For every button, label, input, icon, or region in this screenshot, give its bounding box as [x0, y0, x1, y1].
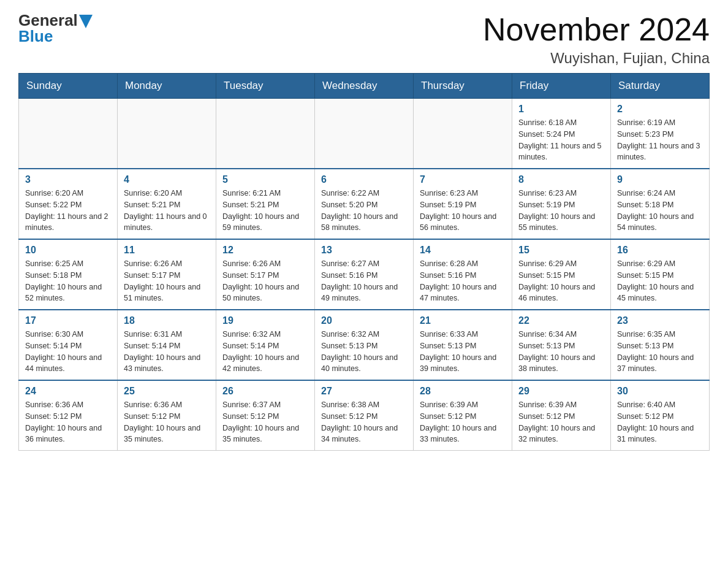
calendar-cell: 4Sunrise: 6:20 AM Sunset: 5:21 PM Daylig… [118, 169, 216, 239]
day-info: Sunrise: 6:35 AM Sunset: 5:13 PM Dayligh… [617, 329, 703, 375]
day-info: Sunrise: 6:30 AM Sunset: 5:14 PM Dayligh… [25, 329, 111, 375]
calendar-cell: 21Sunrise: 6:33 AM Sunset: 5:13 PM Dayli… [414, 310, 512, 380]
calendar-cell: 5Sunrise: 6:21 AM Sunset: 5:21 PM Daylig… [216, 169, 315, 239]
calendar-header-row: SundayMondayTuesdayWednesdayThursdayFrid… [19, 74, 710, 99]
calendar-header-monday: Monday [118, 74, 216, 99]
day-info: Sunrise: 6:25 AM Sunset: 5:18 PM Dayligh… [25, 258, 111, 304]
day-info: Sunrise: 6:32 AM Sunset: 5:13 PM Dayligh… [321, 329, 407, 375]
day-info: Sunrise: 6:33 AM Sunset: 5:13 PM Dayligh… [420, 329, 506, 375]
day-info: Sunrise: 6:32 AM Sunset: 5:14 PM Dayligh… [222, 329, 308, 375]
day-number: 22 [518, 315, 604, 326]
svg-marker-0 [79, 15, 93, 28]
calendar-cell [414, 99, 512, 169]
day-info: Sunrise: 6:31 AM Sunset: 5:14 PM Dayligh… [124, 329, 210, 375]
calendar-header-friday: Friday [512, 74, 611, 99]
calendar-header-thursday: Thursday [414, 74, 512, 99]
calendar-cell: 18Sunrise: 6:31 AM Sunset: 5:14 PM Dayli… [118, 310, 216, 380]
calendar-cell: 6Sunrise: 6:22 AM Sunset: 5:20 PM Daylig… [315, 169, 414, 239]
day-number: 24 [25, 386, 111, 397]
calendar-cell: 7Sunrise: 6:23 AM Sunset: 5:19 PM Daylig… [414, 169, 512, 239]
day-info: Sunrise: 6:37 AM Sunset: 5:12 PM Dayligh… [222, 399, 308, 445]
calendar-week-row: 1Sunrise: 6:18 AM Sunset: 5:24 PM Daylig… [19, 99, 710, 169]
day-info: Sunrise: 6:34 AM Sunset: 5:13 PM Dayligh… [518, 329, 604, 375]
calendar-cell: 19Sunrise: 6:32 AM Sunset: 5:14 PM Dayli… [216, 310, 315, 380]
day-info: Sunrise: 6:38 AM Sunset: 5:12 PM Dayligh… [321, 399, 407, 445]
day-number: 7 [420, 174, 506, 185]
day-number: 9 [617, 174, 703, 185]
day-number: 11 [124, 245, 210, 256]
day-number: 12 [222, 245, 308, 256]
day-info: Sunrise: 6:39 AM Sunset: 5:12 PM Dayligh… [420, 399, 506, 445]
day-number: 1 [518, 104, 604, 115]
calendar-cell: 1Sunrise: 6:18 AM Sunset: 5:24 PM Daylig… [512, 99, 611, 169]
day-info: Sunrise: 6:26 AM Sunset: 5:17 PM Dayligh… [222, 258, 308, 304]
calendar-cell: 23Sunrise: 6:35 AM Sunset: 5:13 PM Dayli… [611, 310, 710, 380]
day-number: 25 [124, 386, 210, 397]
title-block: November 2024 Wuyishan, Fujian, China [483, 12, 710, 67]
day-info: Sunrise: 6:20 AM Sunset: 5:21 PM Dayligh… [124, 188, 210, 234]
calendar-header-wednesday: Wednesday [315, 74, 414, 99]
day-number: 28 [420, 386, 506, 397]
calendar-cell: 24Sunrise: 6:36 AM Sunset: 5:12 PM Dayli… [19, 380, 118, 451]
day-number: 6 [321, 174, 407, 185]
day-info: Sunrise: 6:27 AM Sunset: 5:16 PM Dayligh… [321, 258, 407, 304]
day-number: 15 [518, 245, 604, 256]
logo: General Blue [18, 12, 93, 44]
day-info: Sunrise: 6:29 AM Sunset: 5:15 PM Dayligh… [617, 258, 703, 304]
day-info: Sunrise: 6:24 AM Sunset: 5:18 PM Dayligh… [617, 188, 703, 234]
calendar-week-row: 3Sunrise: 6:20 AM Sunset: 5:22 PM Daylig… [19, 169, 710, 239]
day-info: Sunrise: 6:19 AM Sunset: 5:23 PM Dayligh… [617, 117, 703, 163]
calendar-header-sunday: Sunday [19, 74, 118, 99]
calendar-cell: 26Sunrise: 6:37 AM Sunset: 5:12 PM Dayli… [216, 380, 315, 451]
day-info: Sunrise: 6:23 AM Sunset: 5:19 PM Dayligh… [420, 188, 506, 234]
day-info: Sunrise: 6:23 AM Sunset: 5:19 PM Dayligh… [518, 188, 604, 234]
calendar-cell [315, 99, 414, 169]
logo-blue-text: Blue [18, 28, 53, 44]
day-number: 8 [518, 174, 604, 185]
calendar-cell: 15Sunrise: 6:29 AM Sunset: 5:15 PM Dayli… [512, 239, 611, 310]
calendar-cell: 12Sunrise: 6:26 AM Sunset: 5:17 PM Dayli… [216, 239, 315, 310]
calendar-subtitle: Wuyishan, Fujian, China [483, 50, 710, 67]
calendar-cell: 20Sunrise: 6:32 AM Sunset: 5:13 PM Dayli… [315, 310, 414, 380]
calendar-table: SundayMondayTuesdayWednesdayThursdayFrid… [18, 73, 710, 451]
calendar-header-saturday: Saturday [611, 74, 710, 99]
calendar-cell: 29Sunrise: 6:39 AM Sunset: 5:12 PM Dayli… [512, 380, 611, 451]
day-info: Sunrise: 6:36 AM Sunset: 5:12 PM Dayligh… [25, 399, 111, 445]
day-info: Sunrise: 6:40 AM Sunset: 5:12 PM Dayligh… [617, 399, 703, 445]
day-number: 3 [25, 174, 111, 185]
day-info: Sunrise: 6:28 AM Sunset: 5:16 PM Dayligh… [420, 258, 506, 304]
day-number: 19 [222, 315, 308, 326]
calendar-cell: 3Sunrise: 6:20 AM Sunset: 5:22 PM Daylig… [19, 169, 118, 239]
calendar-cell: 25Sunrise: 6:36 AM Sunset: 5:12 PM Dayli… [118, 380, 216, 451]
calendar-cell: 8Sunrise: 6:23 AM Sunset: 5:19 PM Daylig… [512, 169, 611, 239]
day-number: 21 [420, 315, 506, 326]
calendar-cell: 30Sunrise: 6:40 AM Sunset: 5:12 PM Dayli… [611, 380, 710, 451]
day-number: 20 [321, 315, 407, 326]
day-number: 17 [25, 315, 111, 326]
calendar-cell: 10Sunrise: 6:25 AM Sunset: 5:18 PM Dayli… [19, 239, 118, 310]
calendar-cell: 16Sunrise: 6:29 AM Sunset: 5:15 PM Dayli… [611, 239, 710, 310]
day-info: Sunrise: 6:22 AM Sunset: 5:20 PM Dayligh… [321, 188, 407, 234]
calendar-cell [19, 99, 118, 169]
calendar-week-row: 24Sunrise: 6:36 AM Sunset: 5:12 PM Dayli… [19, 380, 710, 451]
logo-general-text: General [18, 12, 78, 28]
day-number: 2 [617, 104, 703, 115]
day-number: 18 [124, 315, 210, 326]
day-number: 29 [518, 386, 604, 397]
calendar-week-row: 10Sunrise: 6:25 AM Sunset: 5:18 PM Dayli… [19, 239, 710, 310]
calendar-cell: 9Sunrise: 6:24 AM Sunset: 5:18 PM Daylig… [611, 169, 710, 239]
day-number: 26 [222, 386, 308, 397]
calendar-cell: 11Sunrise: 6:26 AM Sunset: 5:17 PM Dayli… [118, 239, 216, 310]
day-number: 5 [222, 174, 308, 185]
calendar-cell: 28Sunrise: 6:39 AM Sunset: 5:12 PM Dayli… [414, 380, 512, 451]
calendar-header-tuesday: Tuesday [216, 74, 315, 99]
day-info: Sunrise: 6:39 AM Sunset: 5:12 PM Dayligh… [518, 399, 604, 445]
calendar-cell: 13Sunrise: 6:27 AM Sunset: 5:16 PM Dayli… [315, 239, 414, 310]
day-number: 4 [124, 174, 210, 185]
day-info: Sunrise: 6:18 AM Sunset: 5:24 PM Dayligh… [518, 117, 604, 163]
page-header: General Blue November 2024 Wuyishan, Fuj… [18, 12, 710, 67]
logo-triangle-icon [79, 15, 93, 28]
day-number: 27 [321, 386, 407, 397]
day-info: Sunrise: 6:29 AM Sunset: 5:15 PM Dayligh… [518, 258, 604, 304]
day-info: Sunrise: 6:20 AM Sunset: 5:22 PM Dayligh… [25, 188, 111, 234]
